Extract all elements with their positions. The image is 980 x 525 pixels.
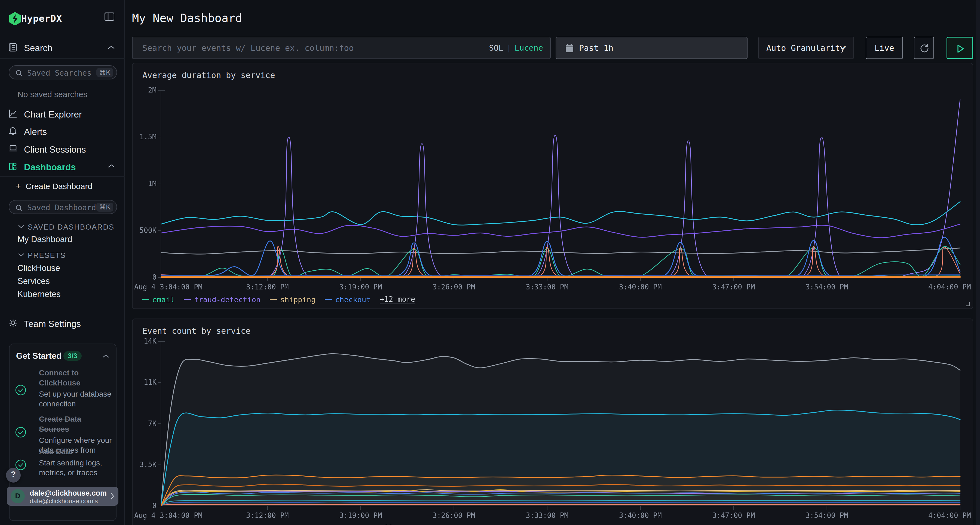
x-axis-tick-label: 3:47:00 PM <box>713 511 755 520</box>
y-axis-tick-label: 11K <box>132 378 156 386</box>
legend-more-link[interactable]: +12 more <box>380 523 415 525</box>
search-icon <box>15 204 23 213</box>
create-dashboard-button[interactable]: + Create Dashboard <box>0 181 125 194</box>
legend-item-fraud-detection[interactable]: fraud-detection <box>184 295 261 304</box>
avatar: D <box>11 489 25 503</box>
chevron-up-icon[interactable] <box>108 45 115 51</box>
refresh-button[interactable] <box>914 37 934 59</box>
time-range-picker[interactable]: Past 1h <box>555 37 748 59</box>
chevron-down-icon <box>18 225 24 230</box>
clickhouse-label: ClickHouse <box>18 263 60 273</box>
chart-panel-avg-duration: Average duration by service emailfraud-d… <box>132 63 973 309</box>
sidebar-item-kubernetes[interactable]: Kubernetes <box>0 289 125 302</box>
y-axis-tick-label: 1M <box>132 179 156 188</box>
user-menu[interactable]: D dale@clickhouse.com dale@clickhouse.co… <box>7 487 118 506</box>
get-started-item-sources[interactable]: Create Data Sources Configure where your… <box>15 414 113 450</box>
get-started-item-add-data[interactable]: Add Data Start sending logs, metrics, or… <box>15 447 113 482</box>
y-axis-tick-label: 2M <box>132 86 156 94</box>
legend-item-email[interactable]: email <box>142 524 175 525</box>
event-search-input[interactable]: Search your events w/ Lucene ex. column:… <box>132 37 551 59</box>
legend-label: shipping <box>280 524 315 525</box>
chart-explorer-label: Chart Explorer <box>24 109 82 120</box>
brand-row: HyperDX <box>0 11 125 27</box>
bell-icon <box>9 127 17 135</box>
saved-dashboards-placeholder: Saved Dashboards <box>27 203 101 212</box>
search-section-icon <box>9 43 17 51</box>
x-axis-tick-label: 4:04:00 PM <box>928 283 971 291</box>
x-axis-tick-label: Aug 4 3:04:00 PM <box>134 511 202 520</box>
get-started-item-connect[interactable]: Connect to ClickHouse Set up your databa… <box>15 368 113 412</box>
x-axis-tick-label: 3:12:00 PM <box>246 283 289 291</box>
live-label: Live <box>866 43 902 53</box>
get-started-item-title: Connect to ClickHouse <box>39 368 112 388</box>
chevron-up-icon[interactable] <box>108 164 115 169</box>
sidebar-item-my-dashboard[interactable]: My Dashboard <box>0 235 125 247</box>
get-started-item-title: Add Data <box>39 447 112 457</box>
avatar-initial: D <box>11 492 25 500</box>
sidebar-item-chart-explorer[interactable]: Chart Explorer <box>0 106 125 123</box>
get-started-title: Get Started <box>16 351 62 361</box>
sidebar-collapse-icon[interactable] <box>105 13 115 21</box>
brand-name: HyperDX <box>21 13 62 24</box>
event-count-chart[interactable] <box>132 319 974 525</box>
query-language-toggle: SQL|Lucene <box>489 43 543 52</box>
legend-item-fraud-detection[interactable]: fraud-detection <box>184 524 261 525</box>
legend-item-email[interactable]: email <box>142 295 175 304</box>
avg-duration-chart[interactable] <box>132 63 974 309</box>
chart-explorer-icon <box>9 109 17 117</box>
sidebar-item-dashboards[interactable]: Dashboards <box>0 158 125 176</box>
chart-legend: emailfraud-detectionshippingcheckout+12 … <box>142 523 415 525</box>
legend-item-shipping[interactable]: shipping <box>270 524 315 525</box>
legend-more-link[interactable]: +12 more <box>380 295 415 304</box>
legend-more-label[interactable]: +12 more <box>380 295 415 304</box>
saved-dashboards-section-header[interactable]: SAVED DASHBOARDS <box>0 222 125 233</box>
x-axis-tick-label: 3:40:00 PM <box>619 511 662 520</box>
x-axis-tick-label: 3:19:00 PM <box>339 511 382 520</box>
chevron-down-icon <box>18 253 24 258</box>
live-button[interactable]: Live <box>865 37 903 59</box>
legend-more-label[interactable]: +12 more <box>380 523 415 525</box>
x-axis-tick-label: 3:19:00 PM <box>339 283 382 291</box>
legend-item-checkout[interactable]: checkout <box>325 524 371 525</box>
sidebar-item-client-sessions[interactable]: Client Sessions <box>0 141 125 158</box>
sidebar-item-clickhouse[interactable]: ClickHouse <box>0 263 125 276</box>
legend-item-shipping[interactable]: shipping <box>270 295 315 304</box>
help-button[interactable]: ? <box>6 468 21 482</box>
resize-grip[interactable] <box>966 302 970 306</box>
page-scrollbar[interactable] <box>976 0 980 525</box>
chevron-down-icon <box>839 45 847 51</box>
my-dashboard-label: My Dashboard <box>18 235 72 244</box>
y-axis-tick-label: 7K <box>132 419 156 428</box>
get-started-progress-badge: 3/3 <box>64 351 82 361</box>
x-axis-tick-label: 3:47:00 PM <box>713 283 755 291</box>
get-started-item-desc: Set up your database connection <box>39 389 112 409</box>
legend-label: email <box>153 295 175 304</box>
granularity-select[interactable]: Auto Granularity <box>758 37 854 59</box>
legend-label: fraud-detection <box>194 295 261 304</box>
get-started-item-desc: Start sending logs, metrics, or traces <box>39 458 112 477</box>
x-axis-tick-label: 3:26:00 PM <box>433 283 475 291</box>
chevron-up-icon[interactable] <box>102 354 110 359</box>
saved-searches-input[interactable]: Saved Searches ⌘K <box>9 65 117 79</box>
x-axis-tick-label: 3:54:00 PM <box>805 283 848 291</box>
get-started-item-title: Create Data Sources <box>39 414 112 435</box>
legend-item-checkout[interactable]: checkout <box>325 295 371 304</box>
services-label: Services <box>18 276 50 286</box>
sidebar-item-services[interactable]: Services <box>0 276 125 289</box>
create-dashboard-label: Create Dashboard <box>25 182 92 191</box>
lucene-toggle[interactable]: Lucene <box>514 43 543 52</box>
time-range-value: Past 1h <box>579 43 613 53</box>
legend-label: checkout <box>335 295 371 304</box>
sidebar-item-alerts[interactable]: Alerts <box>0 123 125 140</box>
shortcut-badge: ⌘K <box>96 68 113 77</box>
saved-dashboards-input[interactable]: Saved Dashboards ⌘K <box>9 200 117 214</box>
run-query-button[interactable] <box>947 37 973 59</box>
check-circle-icon <box>15 384 26 397</box>
presets-section-header[interactable]: PRESETS <box>0 251 125 262</box>
sidebar-section-search[interactable]: Search <box>0 43 125 55</box>
sidebar-item-team-settings[interactable]: Team Settings <box>0 315 125 332</box>
kubernetes-label: Kubernetes <box>18 289 61 299</box>
calendar-icon <box>565 43 574 54</box>
sidebar-divider <box>0 176 125 177</box>
sql-toggle[interactable]: SQL <box>489 43 503 52</box>
